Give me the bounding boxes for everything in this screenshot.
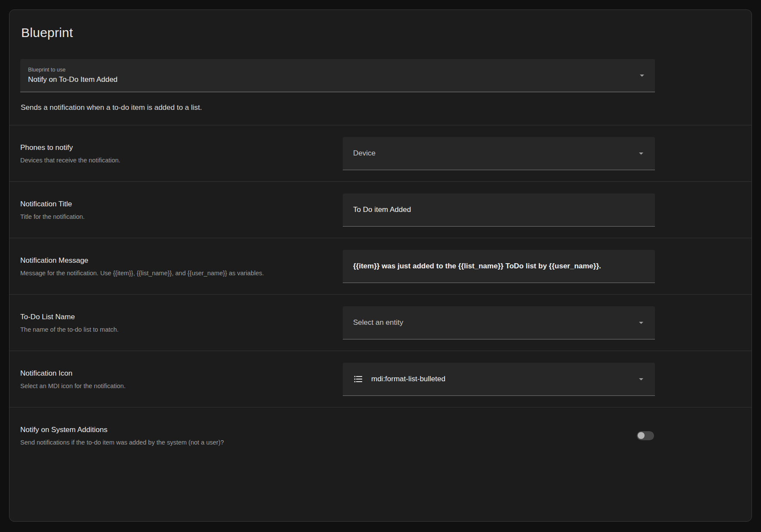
settings-row-notification-icon: Notification Icon Select an MDI icon for… [9,351,752,407]
row-text: Notify on System Additions Send notifica… [20,426,343,446]
blueprint-picker-value: Notify on To-Do Item Added [28,75,637,84]
settings-row-notification-title: Notification Title Title for the notific… [9,181,752,238]
device-picker-value: Device [353,149,636,158]
row-description: Devices that receive the notification. [20,157,322,164]
blueprint-picker-texts: Blueprint to use Notify on To-Do Item Ad… [28,67,637,84]
notification-title-input[interactable] [353,205,646,214]
notification-title-field [343,193,655,227]
row-description: Select an MDI icon for the notification. [20,383,322,389]
icon-picker-value: mdi:format-list-bulleted [371,375,636,383]
blueprint-picker-label: Blueprint to use [28,67,637,73]
row-heading: To-Do List Name [20,313,322,321]
row-text: Notification Message Message for the not… [20,256,343,277]
row-control: mdi:format-list-bulleted [343,363,655,396]
toggle-thumb [638,432,645,439]
row-heading: Notification Message [20,256,322,265]
settings-row-phones-to-notify: Phones to notify Devices that receive th… [9,125,752,181]
device-picker[interactable]: Device [343,137,655,170]
notification-message-input[interactable] [353,262,646,271]
row-text: Notification Icon Select an MDI icon for… [20,369,343,389]
blueprint-header-section: Blueprint Blueprint to use Notify on To-… [9,10,752,125]
row-description: Message for the notification. Use {{item… [20,270,322,277]
row-text: To-Do List Name The name of the to-do li… [20,313,343,333]
row-description: Title for the notification. [20,213,322,220]
settings-row-todo-list-name: To-Do List Name The name of the to-do li… [9,294,752,351]
system-additions-toggle[interactable] [637,431,654,440]
chevron-down-icon [636,374,646,384]
row-control [343,431,655,440]
row-control: Device [343,137,655,170]
todo-list-entity-picker[interactable]: Select an entity [343,306,655,339]
blueprint-config-card: Blueprint Blueprint to use Notify on To-… [9,9,752,522]
row-heading: Notification Title [20,200,322,208]
notification-icon-picker[interactable]: mdi:format-list-bulleted [343,363,655,396]
notification-message-field [343,250,655,283]
page-title: Blueprint [21,25,655,40]
format-list-bulleted-icon [353,374,363,384]
chevron-down-icon [636,317,646,328]
row-heading: Notify on System Additions [20,426,322,434]
row-heading: Phones to notify [20,143,322,152]
chevron-down-icon [637,70,647,81]
settings-row-notification-message: Notification Message Message for the not… [9,238,752,294]
settings-row-notify-system-additions: Notify on System Additions Send notifica… [9,407,752,464]
row-control: Select an entity [343,306,655,339]
row-description: The name of the to-do list to match. [20,326,322,333]
blueprint-picker[interactable]: Blueprint to use Notify on To-Do Item Ad… [20,59,655,92]
row-heading: Notification Icon [20,369,322,378]
row-control [343,193,655,227]
row-description: Send notifications if the to-do item was… [20,439,322,446]
entity-picker-value: Select an entity [353,318,636,327]
chevron-down-icon [636,148,646,159]
row-text: Notification Title Title for the notific… [20,200,343,220]
row-control [343,250,655,283]
blueprint-description: Sends a notification when a to-do item i… [21,103,655,112]
row-text: Phones to notify Devices that receive th… [20,143,343,164]
